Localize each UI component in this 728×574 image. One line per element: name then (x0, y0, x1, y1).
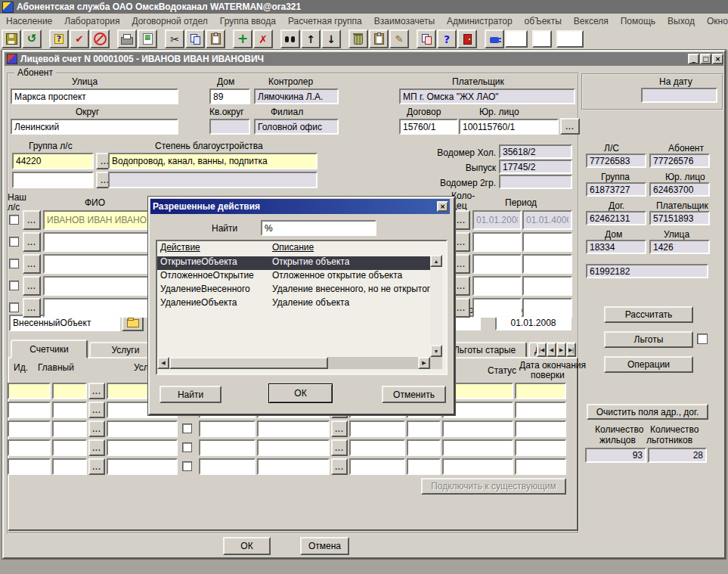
help-button[interactable]: ? (437, 29, 457, 48)
table-row-3-c6-cell[interactable] (349, 420, 405, 437)
fio-our-ls-checkbox-5[interactable] (9, 303, 19, 312)
menu-item-Население[interactable]: Население (0, 15, 58, 27)
table-row-3-checkbox[interactable] (182, 424, 192, 433)
menu-item-Взаимозачеты[interactable]: Взаимозачеты (368, 15, 441, 27)
period-end-input-3[interactable] (522, 254, 572, 274)
table-row-5-dots2-button[interactable]: ... (331, 458, 348, 475)
table-row-3-dots1-button[interactable]: ... (88, 420, 105, 437)
table-row-1-checkdate-cell[interactable] (515, 383, 566, 399)
copies-button[interactable] (417, 29, 436, 48)
table-row-5-checkbox[interactable] (182, 461, 192, 471)
residents-count-input[interactable] (585, 448, 646, 463)
plug-button[interactable] (485, 29, 504, 48)
period-start-input-1[interactable] (472, 210, 522, 230)
menu-item-Группа ввода[interactable]: Группа ввода (214, 15, 282, 27)
cut-button[interactable]: ✂ (165, 29, 184, 48)
contract-input[interactable] (399, 119, 458, 135)
table-row-4-main-cell[interactable] (52, 439, 87, 456)
payer-input[interactable] (399, 88, 575, 104)
meter-cold-input[interactable] (499, 144, 572, 159)
action-list-item-3[interactable]: УдалениеВнесенногоУдаление внесенного, н… (157, 284, 430, 297)
benefits-button[interactable]: Льготы (604, 331, 693, 348)
hscroll-thumb[interactable] (169, 357, 328, 369)
group-id-input[interactable] (586, 182, 646, 197)
tab-counters[interactable]: Счетчики (11, 340, 88, 358)
table-row-5-main-cell[interactable] (52, 458, 87, 475)
table-row-1-dots1-button[interactable]: ... (88, 383, 105, 399)
table-row-4-c7-cell[interactable] (407, 439, 441, 456)
clear-fields-button[interactable]: Очистить поля адр., дог. (587, 404, 708, 420)
ok-button[interactable]: ОК (223, 537, 271, 555)
tab-scroll-prev-icon[interactable]: ◀ (547, 343, 556, 357)
period-start-input-3[interactable] (472, 254, 522, 274)
table-row-4-service-cell[interactable] (107, 439, 178, 456)
next-record-button[interactable]: ↓ (321, 29, 341, 48)
house-input[interactable] (209, 88, 250, 104)
amenity-input-2[interactable] (108, 172, 318, 188)
table-row-3-c7-cell[interactable] (407, 420, 441, 437)
table-row-3-checkdate-cell[interactable] (515, 420, 566, 437)
beneficiaries-count-input[interactable] (648, 448, 707, 463)
fio-lookup-button-2[interactable]: ... (23, 232, 41, 252)
action-list-item-1[interactable]: ОткрытиеОбъектаОткрытие объекта (157, 256, 430, 270)
controller-input[interactable] (254, 88, 339, 104)
menu-item-Расчетная группа[interactable]: Расчетная группа (282, 15, 368, 27)
scroll-right-icon[interactable]: ▶ (418, 357, 430, 369)
execute-query-button[interactable]: ✔ (70, 29, 89, 48)
on-date-input[interactable] (641, 88, 717, 103)
table-row-3-status-cell[interactable] (442, 420, 513, 437)
fio-our-ls-checkbox-1[interactable] (9, 215, 19, 225)
period-end-input-5[interactable] (522, 298, 572, 318)
table-row-2-checkdate-cell[interactable] (515, 402, 566, 418)
period-start-input-2[interactable] (472, 232, 522, 252)
save-button[interactable] (2, 29, 21, 48)
period-end-input-4[interactable] (522, 276, 572, 296)
table-row-2-dots1-button[interactable]: ... (88, 402, 105, 418)
table-row-4-c6-cell[interactable] (349, 439, 405, 456)
cancel-query-button[interactable] (90, 29, 110, 48)
delete-record-button[interactable]: ✗ (253, 29, 273, 48)
fio-lookup-button-5[interactable]: ... (23, 298, 41, 318)
table-row-5-c5-cell[interactable] (257, 458, 330, 475)
rollback-button[interactable]: ↺ (22, 29, 42, 48)
kv-district-input[interactable] (209, 119, 250, 135)
operations-button[interactable]: Операции (604, 356, 693, 373)
jur-id-input[interactable] (649, 182, 710, 197)
table-row-5-service-cell[interactable] (107, 458, 178, 475)
branch-input[interactable] (254, 119, 339, 135)
table-row-4-c5-cell[interactable] (257, 439, 330, 456)
menu-item-Лаборатория[interactable]: Лаборатория (58, 15, 125, 27)
table-row-4-dots2-button[interactable]: ... (331, 439, 348, 456)
table-row-3-c5-cell[interactable] (257, 420, 330, 437)
period-start-input-4[interactable] (472, 276, 522, 296)
account-window-titlebar[interactable]: Лицевой счет N 00001005 - ИВАНОВ ИВАН ИВ… (5, 52, 723, 66)
menu-item-Администратор[interactable]: Администратор (441, 15, 519, 27)
group-ls-input-2[interactable] (12, 172, 94, 188)
prev-record-button[interactable]: ↑ (301, 29, 321, 48)
action-list-item-2[interactable]: ОтложенноеОткрытиеОтложенное открытие об… (157, 270, 430, 284)
street-id-input[interactable] (649, 240, 710, 254)
menu-item-Векселя[interactable]: Векселя (568, 15, 615, 27)
dialog-find-button[interactable]: Найти (160, 386, 221, 403)
table-row-5-c6-cell[interactable] (349, 458, 405, 475)
tab-scroll-first-icon[interactable]: |◀ (537, 343, 547, 357)
table-row-4-status-cell[interactable] (442, 439, 513, 456)
table-row-2-id-cell[interactable] (8, 402, 51, 418)
menu-item-Договорной отдел[interactable]: Договорной отдел (125, 15, 213, 27)
scroll-down-icon[interactable]: ▼ (430, 345, 442, 357)
district-input[interactable] (11, 119, 178, 135)
dialog-cancel-button[interactable]: Отменить (382, 386, 446, 403)
listbox-vscrollbar[interactable] (430, 255, 442, 357)
maximize-button[interactable]: □ (700, 54, 711, 64)
house-id-input[interactable] (586, 240, 646, 254)
toolbar-blank-box-1[interactable] (505, 30, 528, 48)
enter-query-button[interactable]: ? (49, 29, 69, 48)
table-row-5-checkdate-cell[interactable] (515, 458, 566, 475)
exit-button[interactable] (457, 29, 477, 48)
table-row-3-c4-cell[interactable] (199, 420, 256, 437)
menu-item-Окно[interactable]: Окно (701, 15, 728, 27)
fio-lookup-button-4[interactable]: ... (23, 276, 41, 296)
fio-our-ls-checkbox-3[interactable] (9, 259, 19, 268)
ls-id-input[interactable] (586, 154, 646, 168)
menu-item-Выход[interactable]: Выход (661, 15, 701, 27)
